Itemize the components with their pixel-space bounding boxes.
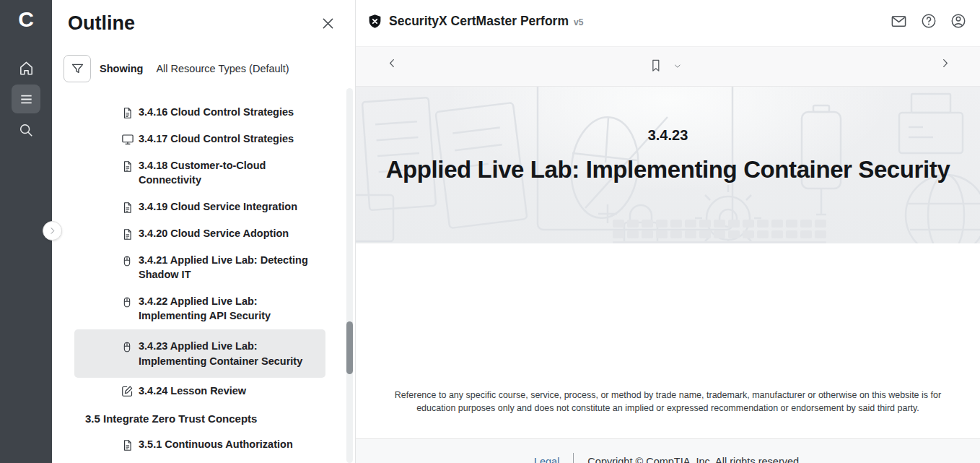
- account-button[interactable]: [950, 13, 966, 29]
- filter-row: Showing All Resource Types (Default): [64, 55, 355, 82]
- outline-item[interactable]: 3.4.24 Lesson Review: [74, 378, 325, 404]
- document-icon: [121, 106, 134, 120]
- chevron-right-icon: [48, 226, 57, 235]
- filter-showing-label: Showing: [100, 63, 143, 74]
- home-icon: [18, 60, 35, 77]
- legal-link[interactable]: Legal: [534, 456, 559, 463]
- chevron-left-icon: [386, 57, 398, 69]
- account-icon: [950, 13, 966, 29]
- edit-icon: [121, 385, 134, 397]
- filter-value: All Resource Types (Default): [156, 63, 289, 74]
- outline-scrollbar-track[interactable]: [346, 88, 353, 463]
- panel-collapse-toggle[interactable]: [43, 221, 62, 241]
- outline-menu-button[interactable]: [12, 85, 40, 113]
- chevron-down-icon: [673, 61, 682, 71]
- help-button[interactable]: [921, 13, 937, 29]
- outline-item[interactable]: 3.5.1 Continuous Authorization: [74, 431, 325, 458]
- main-header: SecurityX CertMaster Perform v5: [356, 0, 980, 46]
- lesson-number: 3.4.23: [356, 127, 980, 144]
- header-actions: [891, 13, 966, 30]
- mouse-icon: [121, 254, 134, 268]
- outline-item[interactable]: 3.4.19 Cloud Service Integration: [74, 194, 325, 220]
- filter-button[interactable]: [64, 55, 91, 82]
- outline-list: 3.4.16 Cloud Control Strategies 3.4.17 C…: [74, 99, 325, 458]
- previous-lesson-button[interactable]: [386, 57, 398, 69]
- home-button[interactable]: [12, 53, 40, 82]
- search-icon: [18, 122, 34, 138]
- lesson-title: Applied Live Lab: Implementing Container…: [356, 156, 980, 183]
- mail-icon: [891, 13, 907, 30]
- bookmark-icon: [649, 57, 662, 74]
- page-footer: Legal Copyright © CompTIA, Inc. All righ…: [356, 438, 980, 463]
- chevron-right-icon: [939, 57, 951, 69]
- outline-title: Outline: [68, 12, 135, 35]
- mouse-icon: [121, 340, 134, 354]
- rail-nav: [0, 53, 52, 144]
- securityx-shield-icon: [367, 14, 382, 29]
- product-brand: SecurityX CertMaster Perform v5: [367, 14, 583, 29]
- outline-item-selected[interactable]: 3.4.23 Applied Live Lab: Implementing Co…: [74, 329, 325, 378]
- outline-section-header: 3.5 Integrate Zero Trust Concepts: [74, 404, 325, 431]
- help-icon: [921, 13, 937, 29]
- disclaimer-text: Reference to any specific course, servic…: [381, 389, 955, 415]
- outline-item[interactable]: 3.4.21 Applied Live Lab: Detecting Shado…: [74, 247, 325, 288]
- product-version: v5: [574, 17, 583, 27]
- outline-item[interactable]: 3.4.18 Customer-to-Cloud Connectivity: [74, 152, 325, 194]
- close-icon: [320, 16, 336, 31]
- copyright-text: Copyright © CompTIA, Inc. All rights res…: [587, 456, 802, 463]
- comptia-logo: C: [0, 6, 52, 33]
- outline-panel-header: Outline: [52, 0, 355, 35]
- outline-item[interactable]: 3.4.16 Cloud Control Strategies: [74, 99, 325, 126]
- document-icon: [121, 228, 134, 241]
- next-lesson-button[interactable]: [939, 57, 951, 69]
- document-icon: [121, 201, 134, 215]
- search-button[interactable]: [12, 116, 40, 144]
- footer-divider: [573, 453, 574, 463]
- outline-scrollbar-thumb[interactable]: [346, 321, 353, 374]
- lesson-navbar: [356, 46, 980, 87]
- bookmark-button[interactable]: [649, 57, 662, 74]
- mouse-icon: [121, 295, 134, 309]
- outline-item[interactable]: 3.4.17 Cloud Control Strategies: [74, 126, 325, 152]
- outline-item[interactable]: 3.4.22 Applied Live Lab: Implementing AP…: [74, 288, 325, 329]
- filter-icon: [70, 61, 85, 77]
- lesson-title-banner: 3.4.23 Applied Live Lab: Implementing Co…: [356, 87, 980, 243]
- document-icon: [121, 438, 134, 452]
- product-title: SecurityX CertMaster Perform: [389, 14, 569, 29]
- close-outline-button[interactable]: [320, 16, 336, 31]
- monitor-icon: [121, 133, 134, 146]
- document-icon: [121, 160, 134, 173]
- outline-panel: Outline Showing All Resource Types (Defa…: [52, 0, 356, 463]
- footer-content: Legal Copyright © CompTIA, Inc. All righ…: [534, 439, 802, 463]
- bookmark-controls: [649, 57, 682, 74]
- main-content: SecurityX CertMaster Perform v5: [356, 0, 980, 463]
- bookmark-dropdown-button[interactable]: [673, 61, 682, 71]
- outline-item[interactable]: 3.4.20 Cloud Service Adoption: [74, 220, 325, 247]
- menu-icon: [18, 91, 35, 108]
- messages-button[interactable]: [891, 13, 907, 30]
